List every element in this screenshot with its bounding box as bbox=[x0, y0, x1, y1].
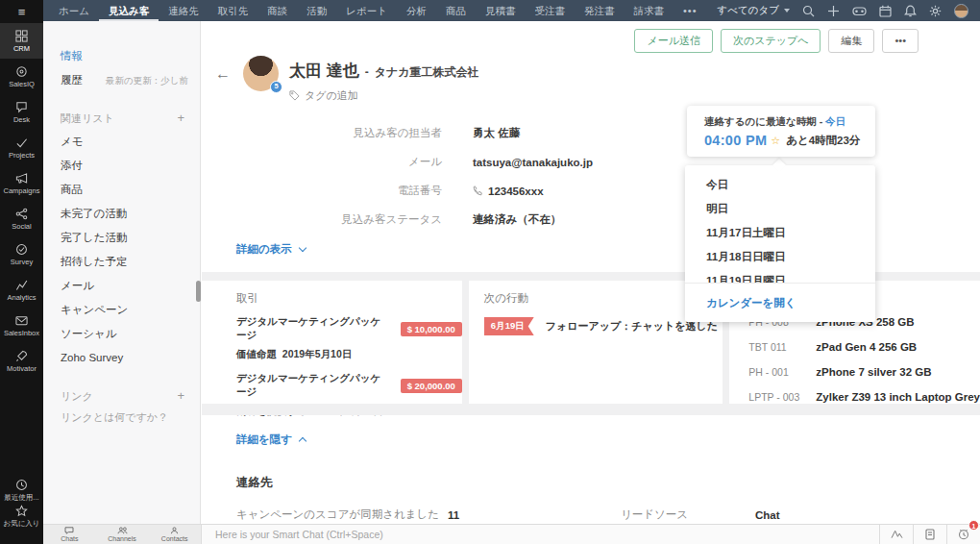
tab-quotes[interactable]: 見積書 bbox=[476, 0, 526, 21]
smart-chat-input[interactable] bbox=[201, 525, 879, 544]
rail-item-social[interactable]: Social bbox=[0, 201, 43, 236]
sidebar-item-closed-activities[interactable]: 完了した活動 bbox=[61, 226, 200, 250]
tab-products[interactable]: 商品 bbox=[436, 0, 476, 21]
field-value[interactable]: 勇太 佐藤 bbox=[473, 126, 520, 140]
sidebar-item-history[interactable]: 履歴 最新の更新：少し前 bbox=[61, 68, 200, 92]
zia-icon[interactable] bbox=[879, 525, 913, 544]
rail-item-recent[interactable]: 最近使用... bbox=[0, 473, 43, 508]
best-time-today-link[interactable]: 今日 bbox=[825, 115, 845, 127]
lead-name-separator: - bbox=[365, 65, 369, 79]
option-nov17[interactable]: 11月17日土曜日 bbox=[706, 221, 875, 245]
rail-item-projects[interactable]: Projects bbox=[0, 130, 43, 165]
option-nov19[interactable]: 11月19日月曜日 bbox=[706, 269, 875, 283]
sidebar-item-social[interactable]: ソーシャル bbox=[61, 322, 200, 346]
tab-activities[interactable]: 活動 bbox=[297, 0, 336, 21]
sidebar-item-products[interactable]: 商品 bbox=[61, 178, 200, 202]
rail-item-campaigns[interactable]: Campaigns bbox=[0, 165, 43, 201]
best-time-title: 連絡するのに最適な時期 - 今日 bbox=[704, 115, 875, 129]
add-related-list-button[interactable]: + bbox=[177, 107, 200, 130]
calendar-icon[interactable] bbox=[879, 5, 892, 17]
tab-sales-orders[interactable]: 受注書 bbox=[526, 0, 576, 21]
tab-leads[interactable]: 見込み客 bbox=[99, 0, 159, 21]
sidebar-item-invited-events[interactable]: 招待した予定 bbox=[61, 250, 200, 274]
field-value-email[interactable]: tatsuya@tanakajuko.jp bbox=[473, 157, 593, 168]
tab-reports[interactable]: レポート bbox=[336, 0, 397, 21]
sidebar-item-open-activities[interactable]: 未完了の活動 bbox=[61, 202, 200, 226]
lead-avatar[interactable]: 5 bbox=[243, 56, 279, 91]
analytics-icon bbox=[15, 279, 28, 291]
chat-tab-channels[interactable]: Channels bbox=[96, 525, 149, 544]
next-step-button[interactable]: 次のステップへ bbox=[721, 29, 821, 53]
search-icon[interactable] bbox=[802, 5, 815, 17]
add-icon[interactable] bbox=[827, 5, 840, 17]
links-help-link[interactable]: リンクとは何ですか？ bbox=[61, 410, 200, 425]
back-arrow-icon[interactable]: ← bbox=[215, 65, 231, 103]
lead-head-text: 太田 達也 - タナカ重工株式会社 タグの追加 bbox=[289, 56, 479, 103]
scrollbar-handle[interactable] bbox=[196, 281, 201, 302]
user-avatar[interactable] bbox=[954, 4, 968, 18]
rail-item-salesiq[interactable]: SalesIQ bbox=[0, 59, 43, 94]
hide-details-link[interactable]: 詳細を隠す bbox=[236, 433, 306, 447]
tag-icon bbox=[289, 90, 300, 101]
projects-icon bbox=[15, 136, 28, 149]
rail-item-favorites[interactable]: お気に入り bbox=[0, 508, 43, 544]
field-value-phone[interactable]: 123456xxx bbox=[473, 185, 544, 197]
rail-label: CRM bbox=[13, 44, 30, 53]
rail-item-analytics[interactable]: Analytics bbox=[0, 272, 43, 308]
survey-icon bbox=[15, 243, 28, 256]
campaign-score-value[interactable]: 11 bbox=[448, 509, 621, 521]
rail-item-salesinbox[interactable]: SalesInbox bbox=[0, 308, 43, 343]
rail-label: 最近使用... bbox=[4, 493, 38, 503]
tab-deals[interactable]: 商談 bbox=[257, 0, 297, 21]
send-mail-button[interactable]: メール送信 bbox=[634, 29, 713, 53]
option-nov18[interactable]: 11月18日日曜日 bbox=[706, 245, 875, 269]
hamburger-menu-icon[interactable]: ≡ bbox=[0, 0, 43, 23]
tab-accounts[interactable]: 取引先 bbox=[208, 0, 258, 21]
sidebar-item-emails[interactable]: メール bbox=[61, 274, 200, 298]
game-icon[interactable] bbox=[852, 5, 867, 17]
lead-title: 太田 達也 - タナカ重工株式会社 bbox=[289, 60, 479, 82]
tab-purchase-orders[interactable]: 発注書 bbox=[575, 0, 625, 21]
clock-icon[interactable]: 1 bbox=[946, 525, 980, 544]
open-calendar-link[interactable]: カレンダーを開く bbox=[685, 283, 875, 322]
sidebar-item-zoho-survey[interactable]: Zoho Survey bbox=[61, 346, 200, 370]
option-today[interactable]: 今日 bbox=[706, 173, 875, 197]
product-row[interactable]: TBT 011 zPad Gen 4 256 GB bbox=[748, 334, 980, 359]
deal-item[interactable]: デジタルマーケティングパッケージ $ 10,000.00 価値命題 2019年5… bbox=[236, 315, 462, 361]
rail-item-motivator[interactable]: Motivator bbox=[0, 343, 43, 379]
chat-tab-chats[interactable]: Chats bbox=[43, 525, 96, 544]
settings-icon[interactable] bbox=[929, 5, 942, 17]
star-icon: ☆ bbox=[771, 135, 780, 147]
product-row[interactable]: PH - 001 zPhone 7 silver 32 GB bbox=[748, 359, 980, 384]
tab-contacts[interactable]: 連絡先 bbox=[159, 0, 208, 21]
document-icon[interactable] bbox=[913, 525, 946, 544]
recent-icon bbox=[15, 479, 28, 491]
chat-tab-contacts[interactable]: Contacts bbox=[148, 525, 201, 544]
all-tabs-dropdown[interactable]: すべてのタブ bbox=[718, 4, 790, 17]
rail-label: Campaigns bbox=[4, 186, 40, 195]
sidebar-item-campaigns[interactable]: キャンペーン bbox=[61, 298, 200, 322]
add-link-button[interactable]: + bbox=[177, 384, 200, 408]
show-details-link[interactable]: 詳細の表示 bbox=[236, 242, 306, 257]
rail-item-survey[interactable]: Survey bbox=[0, 236, 43, 272]
field-value[interactable]: 連絡済み（不在） bbox=[473, 212, 561, 227]
tab-invoices[interactable]: 請求書 bbox=[625, 0, 674, 21]
rail-item-crm[interactable]: CRM bbox=[0, 23, 43, 59]
more-actions-button[interactable]: ••• bbox=[882, 29, 919, 53]
deal-amount-badge: $ 10,000.00 bbox=[401, 322, 462, 336]
lead-source-value[interactable]: Chat bbox=[755, 509, 780, 521]
hide-details-label: 詳細を隠す bbox=[236, 433, 292, 447]
tab-home[interactable]: ホーム bbox=[49, 0, 99, 21]
bell-icon[interactable] bbox=[904, 5, 917, 17]
rail-item-desk[interactable]: Desk bbox=[0, 94, 43, 130]
tab-analytics[interactable]: 分析 bbox=[397, 0, 436, 21]
add-tag-button[interactable]: タグの追加 bbox=[289, 88, 479, 103]
links-label: リンク bbox=[61, 384, 93, 408]
option-tomorrow[interactable]: 明日 bbox=[706, 197, 875, 221]
sidebar-item-info[interactable]: 情報 bbox=[61, 44, 200, 68]
sidebar-item-attachments[interactable]: 添付 bbox=[61, 154, 200, 178]
sidebar-item-notes[interactable]: メモ bbox=[61, 130, 200, 154]
lead-score-badge: 5 bbox=[270, 81, 282, 93]
edit-button[interactable]: 編集 bbox=[828, 29, 874, 53]
tabs-more-button[interactable]: ••• bbox=[674, 5, 707, 16]
